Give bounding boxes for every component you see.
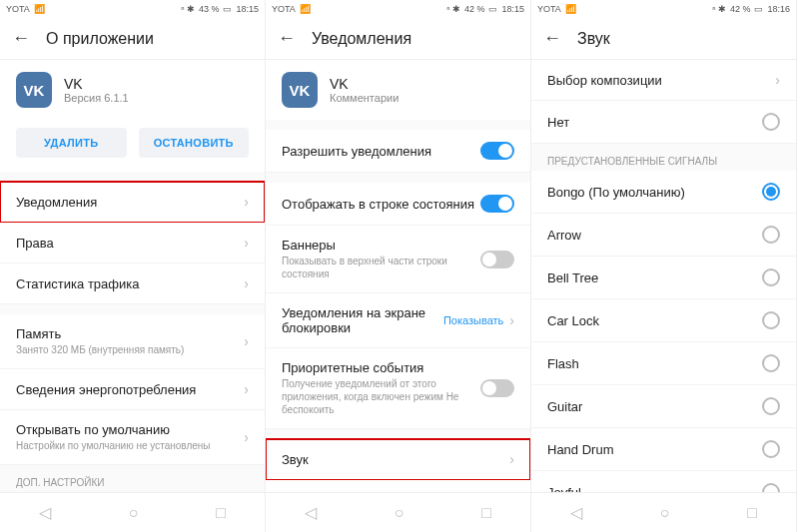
radio-tone[interactable] [762, 183, 780, 201]
radio-tone[interactable] [762, 268, 780, 286]
nav-home-icon[interactable]: ○ [395, 504, 404, 522]
radio-tone[interactable] [762, 226, 780, 244]
row-tone[interactable]: Bell Tree [531, 257, 796, 299]
nav-home-icon[interactable]: ○ [129, 504, 139, 522]
chevron-right-icon: › [244, 429, 249, 445]
tone-label: Joyful [547, 485, 762, 493]
battery-label: 42 % [730, 4, 751, 14]
carrier-label: YOTA [6, 4, 30, 14]
row-pick-composition[interactable]: Выбор композиции › [531, 60, 796, 101]
battery-icon: ▭ [754, 4, 763, 14]
nav-bar: ◁ ○ □ [266, 492, 530, 532]
row-tone[interactable]: Flash [531, 342, 796, 385]
tone-label: Car Lock [547, 313, 762, 328]
screen-app-info: YOTA 📶 ⁿ ✱ 43 % ▭ 18:15 ← О приложении V… [0, 0, 266, 532]
chevron-right-icon: › [775, 72, 780, 88]
nav-recent-icon[interactable]: □ [747, 504, 757, 522]
row-traffic[interactable]: Статистика трафика › [0, 264, 265, 304]
row-lockscreen[interactable]: Уведомления на экране блокировки Показыв… [266, 293, 530, 348]
stop-button[interactable]: ОСТАНОВИТЬ [139, 128, 250, 158]
row-none[interactable]: Нет [531, 101, 796, 144]
chevron-right-icon: › [244, 194, 249, 210]
row-sound[interactable]: Звук › [266, 439, 530, 480]
page-title: Уведомления [312, 30, 411, 48]
nav-recent-icon[interactable]: □ [216, 504, 226, 522]
carrier-label: YOTA [272, 4, 296, 14]
row-power[interactable]: Сведения энергопотребления › [0, 369, 265, 410]
toggle-banners[interactable] [480, 251, 514, 268]
radio-tone[interactable] [762, 397, 780, 415]
screen-sound: YOTA 📶 ⁿ ✱ 42 % ▭ 18:16 ← Звук Выбор ком… [531, 0, 797, 532]
status-bar: YOTA 📶 ⁿ ✱ 42 % ▭ 18:16 [531, 0, 796, 18]
tone-label: Hand Drum [547, 442, 762, 457]
chevron-right-icon: › [244, 235, 249, 251]
time-label: 18:15 [501, 4, 524, 14]
row-permissions[interactable]: Права › [0, 223, 265, 264]
tone-label: Guitar [547, 399, 762, 414]
row-tone[interactable]: Arrow [531, 214, 796, 257]
status-extra-icons: ⁿ ✱ [712, 4, 726, 14]
row-memory[interactable]: Память Занято 320 МБ (внутренняя память)… [0, 314, 265, 369]
lockscreen-value: Показывать [443, 314, 503, 326]
signal-icon: 📶 [565, 4, 576, 14]
section-header-presets: ПРЕДУСТАНОВЛЕННЫЕ СИГНАЛЫ [531, 144, 796, 171]
row-allow-notifications[interactable]: Разрешить уведомления [266, 130, 530, 173]
toggle-allow[interactable] [480, 142, 514, 160]
radio-none[interactable] [762, 113, 780, 131]
tone-label: Arrow [547, 228, 762, 243]
row-notifications[interactable]: Уведомления › [0, 182, 265, 223]
app-version-label: Версия 6.1.1 [64, 92, 129, 104]
radio-tone[interactable] [762, 440, 780, 458]
row-banners[interactable]: Баннеры Показывать в верхней части строк… [266, 226, 530, 293]
nav-bar: ◁ ○ □ [531, 492, 796, 532]
nav-back-icon[interactable]: ◁ [39, 503, 51, 522]
status-extra-icons: ⁿ ✱ [446, 4, 460, 14]
row-vibration[interactable]: Вибрация [266, 480, 530, 492]
section-header-extra: ДОП. НАСТРОЙКИ [0, 465, 265, 492]
app-info-block: VK VK Версия 6.1.1 [0, 60, 265, 120]
row-tone[interactable]: Hand Drum [531, 428, 796, 471]
app-icon: VK [16, 72, 52, 108]
back-icon[interactable]: ← [543, 28, 561, 49]
row-tone[interactable]: Car Lock [531, 299, 796, 342]
page-title: Звук [577, 30, 610, 48]
chevron-right-icon: › [244, 333, 249, 349]
row-tone[interactable]: Joyful [531, 471, 796, 492]
row-tone[interactable]: Guitar [531, 385, 796, 428]
toggle-priority[interactable] [480, 379, 514, 397]
status-bar: YOTA 📶 ⁿ ✱ 42 % ▭ 18:15 [266, 0, 530, 18]
back-icon[interactable]: ← [278, 28, 296, 49]
app-info-block: VK VK Комментарии [266, 60, 530, 120]
nav-back-icon[interactable]: ◁ [305, 503, 317, 522]
battery-icon: ▭ [223, 4, 232, 14]
row-open-default[interactable]: Открывать по умолчанию Настройки по умол… [0, 410, 265, 465]
tone-label: Bell Tree [547, 270, 762, 285]
battery-icon: ▭ [488, 4, 497, 14]
app-name-label: VK [330, 76, 398, 92]
chevron-right-icon: › [244, 275, 249, 291]
row-tone[interactable]: Bongo (По умолчанию) [531, 171, 796, 214]
tone-label: Bongo (По умолчанию) [547, 185, 762, 200]
app-name-label: VK [64, 76, 129, 92]
battery-label: 43 % [199, 4, 220, 14]
row-statusbar[interactable]: Отображать в строке состояния [266, 183, 530, 226]
tone-label: Flash [547, 356, 762, 371]
nav-recent-icon[interactable]: □ [481, 504, 491, 522]
status-extra-icons: ⁿ ✱ [181, 4, 195, 14]
chevron-right-icon: › [244, 381, 249, 397]
delete-button[interactable]: УДАЛИТЬ [16, 128, 127, 158]
app-sub-label: Комментарии [330, 92, 398, 104]
app-icon: VK [282, 72, 318, 108]
nav-back-icon[interactable]: ◁ [570, 503, 582, 522]
toggle-statusbar[interactable] [480, 195, 514, 213]
radio-tone[interactable] [762, 483, 780, 492]
back-icon[interactable]: ← [12, 28, 30, 49]
page-title: О приложении [46, 30, 154, 48]
radio-tone[interactable] [762, 311, 780, 329]
time-label: 18:16 [767, 4, 790, 14]
row-priority[interactable]: Приоритетные события Получение уведомлен… [266, 348, 530, 429]
radio-tone[interactable] [762, 354, 780, 372]
nav-home-icon[interactable]: ○ [660, 504, 670, 522]
header: ← Звук [531, 18, 796, 60]
signal-icon: 📶 [300, 4, 311, 14]
